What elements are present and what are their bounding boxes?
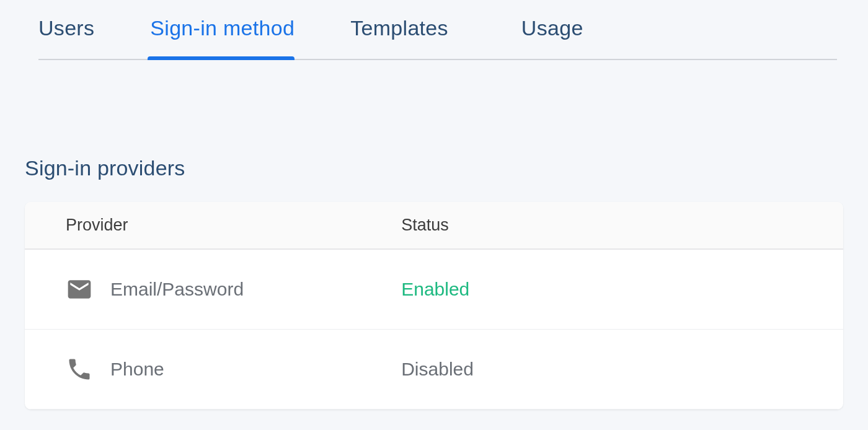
column-header-status: Status [401,216,843,235]
provider-status: Disabled [401,359,843,380]
email-icon [66,276,93,303]
tab-users[interactable]: Users [38,12,119,59]
provider-row-phone[interactable]: Phone Disabled [25,330,843,410]
provider-status: Enabled [401,279,843,300]
phone-icon [66,356,93,383]
provider-row-email-password[interactable]: Email/Password Enabled [25,250,843,330]
tab-usage[interactable]: Usage [521,12,608,59]
tab-sign-in-method[interactable]: Sign-in method [150,12,319,59]
column-header-provider: Provider [25,216,401,235]
table-header: Provider Status [25,202,843,250]
tab-templates[interactable]: Templates [350,12,473,59]
provider-name: Email/Password [110,279,244,300]
provider-name: Phone [110,359,164,380]
section-title: Sign-in providers [25,156,843,180]
tab-bar: Users Sign-in method Templates Usage [38,12,837,60]
providers-table: Provider Status Email/Password Enabled P… [25,202,843,410]
